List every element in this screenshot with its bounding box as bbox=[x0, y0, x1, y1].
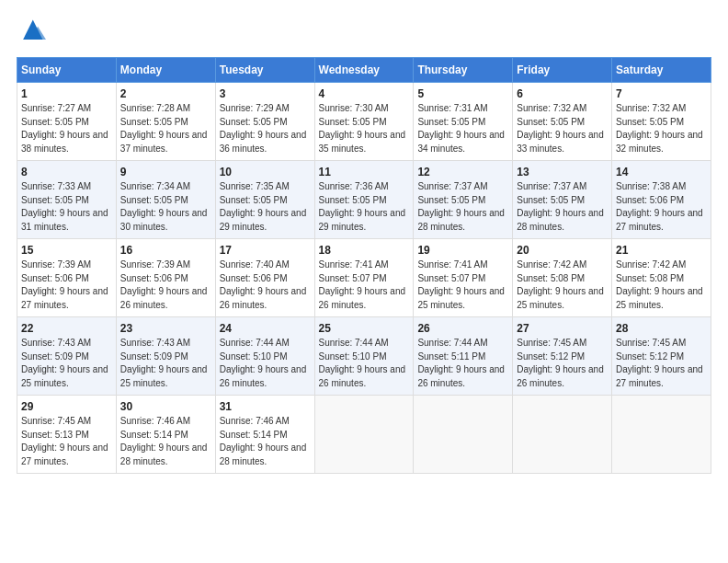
day-number: 29 bbox=[21, 400, 112, 413]
day-info: Sunrise: 7:33 AM Sunset: 5:05 PM Dayligh… bbox=[21, 180, 112, 234]
day-cell: 1 Sunrise: 7:27 AM Sunset: 5:05 PM Dayli… bbox=[17, 83, 117, 161]
day-info: Sunrise: 7:43 AM Sunset: 5:09 PM Dayligh… bbox=[21, 337, 112, 390]
day-number: 27 bbox=[517, 322, 608, 335]
day-number: 18 bbox=[319, 244, 410, 257]
week-row-1: 1 Sunrise: 7:27 AM Sunset: 5:05 PM Dayli… bbox=[17, 83, 711, 161]
day-cell: 16 Sunrise: 7:39 AM Sunset: 5:06 PM Dayl… bbox=[116, 239, 215, 317]
week-row-2: 8 Sunrise: 7:33 AM Sunset: 5:05 PM Dayli… bbox=[17, 161, 711, 239]
day-number: 12 bbox=[417, 166, 508, 178]
day-info: Sunrise: 7:44 AM Sunset: 5:11 PM Dayligh… bbox=[417, 337, 508, 390]
day-info: Sunrise: 7:45 AM Sunset: 5:12 PM Dayligh… bbox=[517, 337, 608, 390]
logo-icon bbox=[17, 17, 46, 46]
day-number: 6 bbox=[517, 87, 608, 100]
logo bbox=[17, 17, 50, 46]
day-info: Sunrise: 7:35 AM Sunset: 5:05 PM Dayligh… bbox=[220, 180, 311, 234]
day-number: 1 bbox=[21, 87, 112, 100]
week-row-3: 15 Sunrise: 7:39 AM Sunset: 5:06 PM Dayl… bbox=[17, 239, 711, 317]
day-cell: 17 Sunrise: 7:40 AM Sunset: 5:06 PM Dayl… bbox=[215, 239, 314, 317]
weekday-header-row: SundayMondayTuesdayWednesdayThursdayFrid… bbox=[17, 58, 711, 83]
day-number: 21 bbox=[616, 244, 707, 257]
day-info: Sunrise: 7:40 AM Sunset: 5:06 PM Dayligh… bbox=[220, 259, 311, 312]
week-row-5: 29 Sunrise: 7:45 AM Sunset: 5:13 PM Dayl… bbox=[17, 396, 711, 474]
day-number: 7 bbox=[616, 87, 707, 100]
day-number: 14 bbox=[616, 166, 707, 178]
day-cell: 6 Sunrise: 7:32 AM Sunset: 5:05 PM Dayli… bbox=[513, 83, 612, 161]
day-cell: 23 Sunrise: 7:43 AM Sunset: 5:09 PM Dayl… bbox=[116, 317, 215, 396]
day-number: 28 bbox=[616, 322, 707, 335]
header bbox=[17, 17, 711, 46]
day-cell: 8 Sunrise: 7:33 AM Sunset: 5:05 PM Dayli… bbox=[17, 161, 117, 239]
day-info: Sunrise: 7:46 AM Sunset: 5:14 PM Dayligh… bbox=[120, 415, 211, 468]
weekday-header-saturday: Saturday bbox=[612, 58, 711, 83]
day-cell: 9 Sunrise: 7:34 AM Sunset: 5:05 PM Dayli… bbox=[116, 161, 215, 239]
page: SundayMondayTuesdayWednesdayThursdayFrid… bbox=[0, 0, 728, 483]
day-info: Sunrise: 7:42 AM Sunset: 5:08 PM Dayligh… bbox=[616, 259, 707, 312]
day-info: Sunrise: 7:30 AM Sunset: 5:05 PM Dayligh… bbox=[319, 102, 410, 155]
day-cell: 31 Sunrise: 7:46 AM Sunset: 5:14 PM Dayl… bbox=[215, 396, 314, 474]
day-info: Sunrise: 7:42 AM Sunset: 5:08 PM Dayligh… bbox=[517, 259, 608, 312]
day-number: 19 bbox=[417, 244, 508, 257]
day-cell: 27 Sunrise: 7:45 AM Sunset: 5:12 PM Dayl… bbox=[513, 317, 612, 396]
day-number: 9 bbox=[120, 166, 211, 178]
weekday-header-sunday: Sunday bbox=[17, 58, 117, 83]
day-number: 24 bbox=[220, 322, 311, 335]
day-info: Sunrise: 7:28 AM Sunset: 5:05 PM Dayligh… bbox=[120, 102, 211, 155]
day-info: Sunrise: 7:44 AM Sunset: 5:10 PM Dayligh… bbox=[220, 337, 311, 390]
day-info: Sunrise: 7:39 AM Sunset: 5:06 PM Dayligh… bbox=[21, 259, 112, 312]
day-cell: 22 Sunrise: 7:43 AM Sunset: 5:09 PM Dayl… bbox=[17, 317, 117, 396]
day-cell: 20 Sunrise: 7:42 AM Sunset: 5:08 PM Dayl… bbox=[513, 239, 612, 317]
day-cell: 24 Sunrise: 7:44 AM Sunset: 5:10 PM Dayl… bbox=[215, 317, 314, 396]
day-info: Sunrise: 7:39 AM Sunset: 5:06 PM Dayligh… bbox=[120, 259, 211, 312]
day-cell: 30 Sunrise: 7:46 AM Sunset: 5:14 PM Dayl… bbox=[116, 396, 215, 474]
day-info: Sunrise: 7:38 AM Sunset: 5:06 PM Dayligh… bbox=[616, 180, 707, 234]
day-cell: 21 Sunrise: 7:42 AM Sunset: 5:08 PM Dayl… bbox=[612, 239, 711, 317]
day-info: Sunrise: 7:31 AM Sunset: 5:05 PM Dayligh… bbox=[417, 102, 508, 155]
day-info: Sunrise: 7:45 AM Sunset: 5:12 PM Dayligh… bbox=[616, 337, 707, 390]
day-number: 13 bbox=[517, 166, 608, 178]
day-cell: 14 Sunrise: 7:38 AM Sunset: 5:06 PM Dayl… bbox=[612, 161, 711, 239]
day-number: 8 bbox=[21, 166, 112, 178]
day-cell: 28 Sunrise: 7:45 AM Sunset: 5:12 PM Dayl… bbox=[612, 317, 711, 396]
day-info: Sunrise: 7:45 AM Sunset: 5:13 PM Dayligh… bbox=[21, 415, 112, 468]
day-info: Sunrise: 7:43 AM Sunset: 5:09 PM Dayligh… bbox=[120, 337, 211, 390]
weekday-header-friday: Friday bbox=[513, 58, 612, 83]
day-cell: 12 Sunrise: 7:37 AM Sunset: 5:05 PM Dayl… bbox=[414, 161, 513, 239]
weekday-header-tuesday: Tuesday bbox=[215, 58, 314, 83]
day-number: 5 bbox=[417, 87, 508, 100]
day-cell: 7 Sunrise: 7:32 AM Sunset: 5:05 PM Dayli… bbox=[612, 83, 711, 161]
day-info: Sunrise: 7:41 AM Sunset: 5:07 PM Dayligh… bbox=[319, 259, 410, 312]
day-number: 16 bbox=[120, 244, 211, 257]
day-number: 15 bbox=[21, 244, 112, 257]
weekday-header-monday: Monday bbox=[116, 58, 215, 83]
day-number: 25 bbox=[319, 322, 410, 335]
day-number: 10 bbox=[220, 166, 311, 178]
weekday-header-wednesday: Wednesday bbox=[314, 58, 414, 83]
day-info: Sunrise: 7:37 AM Sunset: 5:05 PM Dayligh… bbox=[417, 180, 508, 234]
day-cell bbox=[414, 396, 513, 474]
day-cell bbox=[513, 396, 612, 474]
day-info: Sunrise: 7:32 AM Sunset: 5:05 PM Dayligh… bbox=[517, 102, 608, 155]
day-cell: 3 Sunrise: 7:29 AM Sunset: 5:05 PM Dayli… bbox=[215, 83, 314, 161]
day-info: Sunrise: 7:34 AM Sunset: 5:05 PM Dayligh… bbox=[120, 180, 211, 234]
day-cell: 25 Sunrise: 7:44 AM Sunset: 5:10 PM Dayl… bbox=[314, 317, 414, 396]
day-cell: 19 Sunrise: 7:41 AM Sunset: 5:07 PM Dayl… bbox=[414, 239, 513, 317]
day-cell: 29 Sunrise: 7:45 AM Sunset: 5:13 PM Dayl… bbox=[17, 396, 117, 474]
day-cell: 5 Sunrise: 7:31 AM Sunset: 5:05 PM Dayli… bbox=[414, 83, 513, 161]
day-cell: 13 Sunrise: 7:37 AM Sunset: 5:05 PM Dayl… bbox=[513, 161, 612, 239]
day-number: 26 bbox=[417, 322, 508, 335]
day-number: 23 bbox=[120, 322, 211, 335]
day-number: 17 bbox=[220, 244, 311, 257]
day-cell: 2 Sunrise: 7:28 AM Sunset: 5:05 PM Dayli… bbox=[116, 83, 215, 161]
day-number: 20 bbox=[517, 244, 608, 257]
day-number: 30 bbox=[120, 400, 211, 413]
day-cell: 4 Sunrise: 7:30 AM Sunset: 5:05 PM Dayli… bbox=[314, 83, 414, 161]
weekday-header-thursday: Thursday bbox=[414, 58, 513, 83]
day-cell: 26 Sunrise: 7:44 AM Sunset: 5:11 PM Dayl… bbox=[414, 317, 513, 396]
day-number: 2 bbox=[120, 87, 211, 100]
calendar-table: SundayMondayTuesdayWednesdayThursdayFrid… bbox=[17, 57, 711, 474]
day-number: 11 bbox=[319, 166, 410, 178]
day-info: Sunrise: 7:44 AM Sunset: 5:10 PM Dayligh… bbox=[319, 337, 410, 390]
day-number: 31 bbox=[220, 400, 311, 413]
day-cell: 10 Sunrise: 7:35 AM Sunset: 5:05 PM Dayl… bbox=[215, 161, 314, 239]
week-row-4: 22 Sunrise: 7:43 AM Sunset: 5:09 PM Dayl… bbox=[17, 317, 711, 396]
